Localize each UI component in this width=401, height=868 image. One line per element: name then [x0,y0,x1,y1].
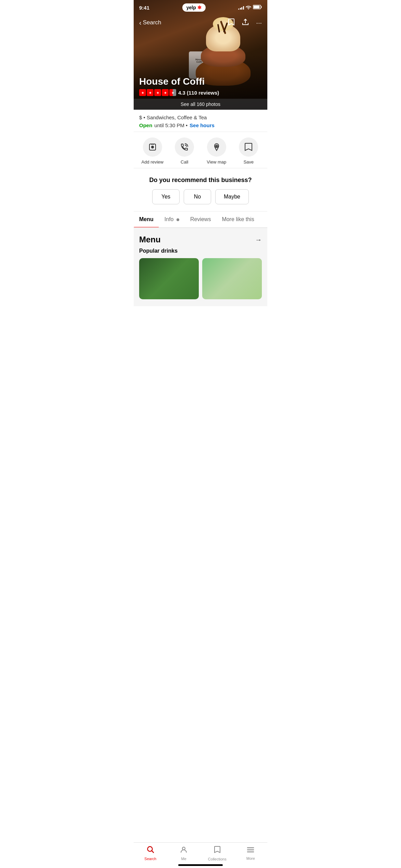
bookmark-icon[interactable] [228,18,235,28]
back-button[interactable]: ‹ Search [139,19,161,27]
save-button[interactable]: Save [236,137,260,165]
add-review-icon-circle [143,137,162,157]
tab-menu[interactable]: Menu [134,212,159,227]
business-info-overlay: House of Coffi ★ ★ ★ ★ ★ 4.3 (110 review… [134,76,267,96]
add-review-button[interactable]: Add review [141,137,165,165]
hours-text: until 5:30 PM • [154,122,187,128]
scrollable-content: $ • Sandwiches, Coffee & Tea Open until … [134,110,267,340]
see-photos-bar[interactable]: See all 160 photos [134,99,267,110]
status-bar: 9:41 yelp ✱ [134,0,267,15]
category-price: $ • Sandwiches, Coffee & Tea [139,114,262,120]
call-button[interactable]: Call [172,137,196,165]
signal-icon [238,5,244,10]
save-icon-circle [239,137,258,157]
yelp-star-icon: ✱ [197,5,202,10]
more-icon[interactable]: ··· [256,19,262,27]
svg-rect-2 [261,6,262,8]
menu-title: Menu [139,235,161,244]
maybe-button[interactable]: Maybe [215,189,249,204]
tab-reviews[interactable]: Reviews [185,212,216,227]
hero-image: HouseCoffi 9:41 yelp ✱ [134,0,267,110]
recommend-buttons: Yes No Maybe [139,189,262,204]
recommend-title: Do you recommend this business? [139,177,262,184]
star-2: ★ [147,89,154,96]
back-label: Search [143,19,161,26]
recommend-section: Do you recommend this business? Yes No M… [134,168,267,212]
view-map-icon-circle [207,137,226,157]
status-icons [238,4,262,11]
svg-rect-1 [253,6,259,9]
stars: ★ ★ ★ ★ ★ [139,89,176,96]
battery-icon [253,4,262,11]
nav-right-icons: ··· [228,18,262,28]
nav-bar: ‹ Search ··· [134,15,267,30]
business-name: House of Coffi [139,76,262,87]
tab-info[interactable]: Info [159,212,185,227]
wifi-icon [246,5,251,10]
svg-point-6 [216,146,217,147]
rating-text: 4.3 (110 reviews) [178,90,219,96]
add-review-label: Add review [142,159,163,165]
view-map-label: View map [207,159,226,165]
see-photos-label: See all 160 photos [181,101,220,107]
yes-button[interactable]: Yes [152,189,180,204]
action-buttons: Add review Call [134,132,267,168]
view-map-button[interactable]: View map [205,137,229,165]
star-5: ★ [169,89,176,96]
status-time: 9:41 [139,5,149,11]
drinks-grid [139,258,262,299]
menu-header: Menu → [139,235,262,244]
menu-arrow-icon[interactable]: → [255,236,262,244]
tab-more-like-this[interactable]: More like this [216,212,259,227]
star-1: ★ [139,89,146,96]
see-hours-link[interactable]: See hours [190,122,215,128]
tabs-container: Menu Info Reviews More like this [134,212,267,228]
hours-row: Open until 5:30 PM • See hours [139,122,262,128]
drink-card-1[interactable] [139,258,199,299]
call-label: Call [181,159,188,165]
open-status: Open [139,122,152,128]
popular-drinks-title: Popular drinks [139,248,262,254]
rating-row: ★ ★ ★ ★ ★ 4.3 (110 reviews) [139,89,262,96]
no-button[interactable]: No [184,189,211,204]
menu-section: Menu → Popular drinks [134,228,267,306]
page-wrapper: HouseCoffi 9:41 yelp ✱ [134,0,267,340]
yelp-logo: yelp ✱ [182,3,206,12]
business-details: $ • Sandwiches, Coffee & Tea Open until … [134,110,267,132]
info-notification-dot [177,218,179,221]
share-icon[interactable] [242,18,249,27]
star-3: ★ [154,89,161,96]
drink-card-2[interactable] [202,258,262,299]
call-icon-circle [175,137,194,157]
back-chevron-icon: ‹ [139,19,142,27]
star-4: ★ [162,89,169,96]
save-label: Save [243,159,254,165]
